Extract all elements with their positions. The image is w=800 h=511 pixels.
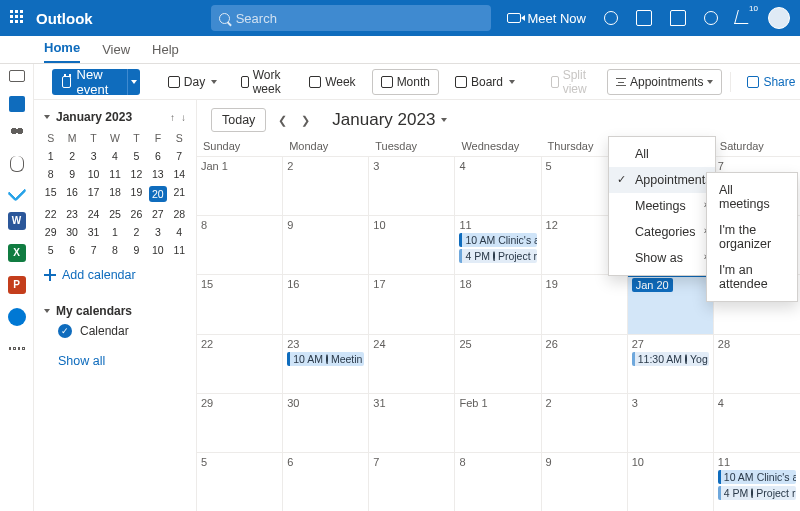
avatar[interactable] bbox=[768, 7, 790, 29]
files-icon[interactable] bbox=[10, 156, 24, 172]
day-cell[interactable]: Jan 1 bbox=[197, 156, 283, 215]
calendar-event[interactable]: 4 PMProject r bbox=[459, 249, 536, 263]
mini-day[interactable]: 18 bbox=[104, 186, 125, 202]
new-event-button[interactable]: New event bbox=[52, 69, 127, 95]
day-cell[interactable]: 25 bbox=[455, 334, 541, 393]
prev-month-button[interactable]: ❮ bbox=[278, 114, 287, 127]
calendar-title[interactable]: January 2023 bbox=[332, 110, 435, 130]
day-cell[interactable]: 31 bbox=[369, 393, 455, 452]
mini-day[interactable]: 11 bbox=[169, 244, 190, 256]
day-cell[interactable]: 1110 AMClinic's ap4 PMProject r bbox=[714, 452, 800, 511]
mail-icon[interactable] bbox=[9, 70, 25, 82]
mini-day[interactable]: 14 bbox=[169, 168, 190, 180]
mini-day[interactable]: 13 bbox=[147, 168, 168, 180]
mini-day[interactable]: 16 bbox=[61, 186, 82, 202]
filter-dropdown[interactable]: Appointments bbox=[607, 69, 722, 95]
mini-calendar[interactable]: SMTWTFS123456789101112131415161718192021… bbox=[40, 132, 190, 256]
calendar-item[interactable]: ✓Calendar bbox=[40, 320, 190, 342]
teams-icon[interactable] bbox=[636, 10, 652, 26]
next-month-button[interactable]: ❯ bbox=[301, 114, 310, 127]
mini-day[interactable]: 15 bbox=[40, 186, 61, 202]
mini-day[interactable]: 26 bbox=[126, 208, 147, 220]
mini-day[interactable]: 24 bbox=[83, 208, 104, 220]
mini-day[interactable]: 10 bbox=[83, 168, 104, 180]
split-view-button[interactable]: Split view bbox=[543, 69, 599, 95]
mini-day[interactable]: 6 bbox=[61, 244, 82, 256]
menu-home[interactable]: Home bbox=[44, 40, 80, 63]
day-cell[interactable]: 9 bbox=[542, 452, 628, 511]
share-button[interactable]: Share bbox=[739, 69, 800, 95]
mini-day[interactable]: 30 bbox=[61, 226, 82, 238]
day-cell[interactable]: 26 bbox=[542, 334, 628, 393]
day-cell[interactable]: 28 bbox=[714, 334, 800, 393]
calendar-event[interactable]: 10 AMClinic's ap bbox=[718, 470, 796, 484]
view-week-button[interactable]: Week bbox=[301, 69, 363, 95]
mini-day[interactable]: 2 bbox=[126, 226, 147, 238]
mini-day[interactable]: 29 bbox=[40, 226, 61, 238]
mini-day[interactable]: 4 bbox=[169, 226, 190, 238]
day-cell[interactable]: 24 bbox=[369, 334, 455, 393]
mini-day[interactable]: 8 bbox=[40, 168, 61, 180]
mini-day[interactable]: 23 bbox=[61, 208, 82, 220]
mini-day[interactable]: 21 bbox=[169, 186, 190, 202]
mini-day[interactable]: 3 bbox=[83, 150, 104, 162]
mini-day[interactable]: 12 bbox=[126, 168, 147, 180]
mini-day[interactable]: 3 bbox=[147, 226, 168, 238]
mini-day[interactable]: 28 bbox=[169, 208, 190, 220]
calendar-event[interactable]: 10 AMClinic's ap bbox=[459, 233, 536, 247]
mini-day[interactable]: 4 bbox=[104, 150, 125, 162]
todo-icon[interactable] bbox=[7, 182, 27, 202]
day-cell[interactable]: Jan 20 bbox=[628, 274, 714, 333]
search-input[interactable]: Search bbox=[211, 5, 491, 31]
view-day-button[interactable]: Day bbox=[160, 69, 225, 95]
mini-day[interactable]: 1 bbox=[40, 150, 61, 162]
view-month-button[interactable]: Month bbox=[372, 69, 439, 95]
new-event-dropdown[interactable] bbox=[127, 69, 140, 95]
mini-day[interactable]: 5 bbox=[126, 150, 147, 162]
filter-submenu-item[interactable]: I'm an attendee bbox=[707, 257, 797, 297]
calendar-event[interactable]: 4 PMProject r bbox=[718, 486, 796, 500]
settings-icon[interactable] bbox=[704, 11, 718, 25]
day-cell[interactable]: 4 bbox=[455, 156, 541, 215]
skype-icon[interactable] bbox=[604, 11, 618, 25]
mini-day[interactable]: 9 bbox=[61, 168, 82, 180]
menu-help[interactable]: Help bbox=[152, 42, 179, 63]
day-cell[interactable]: 3 bbox=[628, 393, 714, 452]
my-calendars-toggle[interactable]: My calendars bbox=[40, 302, 190, 320]
mini-day[interactable]: 10 bbox=[147, 244, 168, 256]
day-cell[interactable]: 4 bbox=[714, 393, 800, 452]
calendar-event[interactable]: 11:30 AMYog bbox=[632, 352, 709, 366]
mini-day[interactable]: 20 bbox=[149, 186, 167, 202]
filter-submenu-item[interactable]: I'm the organizer bbox=[707, 217, 797, 257]
day-cell[interactable]: 16 bbox=[283, 274, 369, 333]
mini-day[interactable]: 31 bbox=[83, 226, 104, 238]
mini-day[interactable]: 11 bbox=[104, 168, 125, 180]
meet-now-button[interactable]: Meet Now bbox=[507, 11, 586, 26]
mini-day[interactable]: 19 bbox=[126, 186, 147, 202]
day-cell[interactable]: 5 bbox=[197, 452, 283, 511]
mini-day[interactable]: 5 bbox=[40, 244, 61, 256]
day-cell[interactable]: 2310 AMMeetin bbox=[283, 334, 369, 393]
day-cell[interactable]: 22 bbox=[197, 334, 283, 393]
filter-menu-item[interactable]: Categories› bbox=[609, 219, 715, 245]
day-cell[interactable]: Feb 1 bbox=[455, 393, 541, 452]
mini-day[interactable]: 2 bbox=[61, 150, 82, 162]
day-cell[interactable]: 2 bbox=[542, 393, 628, 452]
calendar-event[interactable]: 10 AMMeetin bbox=[287, 352, 364, 366]
mini-prev-button[interactable]: ↑ bbox=[170, 112, 175, 123]
day-cell[interactable]: 19 bbox=[542, 274, 628, 333]
filter-menu-item[interactable]: Meetings› bbox=[609, 193, 715, 219]
mini-day[interactable]: 27 bbox=[147, 208, 168, 220]
mini-day[interactable]: 7 bbox=[169, 150, 190, 162]
chevron-down-icon[interactable] bbox=[44, 115, 50, 119]
onedrive-icon[interactable] bbox=[8, 308, 26, 326]
day-cell[interactable]: 18 bbox=[455, 274, 541, 333]
view-board-button[interactable]: Board bbox=[447, 69, 523, 95]
day-cell[interactable]: 3 bbox=[369, 156, 455, 215]
mini-day[interactable]: 8 bbox=[104, 244, 125, 256]
mini-day[interactable]: 7 bbox=[83, 244, 104, 256]
day-cell[interactable]: 6 bbox=[283, 452, 369, 511]
filter-submenu-item[interactable]: All meetings bbox=[707, 177, 797, 217]
day-cell[interactable]: 15 bbox=[197, 274, 283, 333]
mini-day[interactable]: 25 bbox=[104, 208, 125, 220]
